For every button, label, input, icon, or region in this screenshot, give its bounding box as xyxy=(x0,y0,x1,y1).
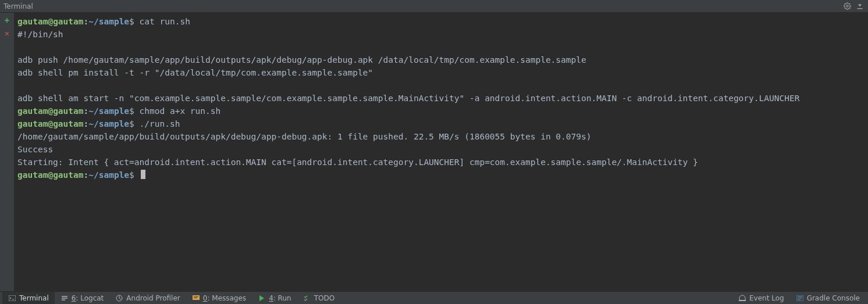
tab-logcat[interactable]: 6: Logcat xyxy=(55,292,110,304)
gear-icon[interactable] xyxy=(842,2,852,11)
svg-rect-1 xyxy=(858,8,863,9)
run-icon xyxy=(258,294,266,302)
gradle-icon xyxy=(796,294,804,302)
terminal-cursor xyxy=(141,170,145,179)
status-event-log-label: Event Log xyxy=(749,294,784,302)
status-gradle-console-label: Gradle Console xyxy=(807,294,860,302)
panel-titlebar: Terminal xyxy=(0,0,868,13)
terminal-output-line: Success xyxy=(17,143,865,156)
terminal-command-line: gautam@gautam:~/sample$ xyxy=(17,169,865,181)
terminal-command-line: gautam@gautam:~/sample$ cat run.sh xyxy=(17,15,865,28)
svg-rect-7 xyxy=(739,300,746,301)
tab-messages[interactable]: 0: Messages xyxy=(186,292,252,304)
svg-rect-2 xyxy=(9,295,16,301)
terminal-output-line: Starting: Intent { act=android.intent.ac… xyxy=(17,156,865,169)
hide-icon[interactable] xyxy=(855,2,865,11)
event-log-icon xyxy=(738,294,746,302)
terminal-command-line: gautam@gautam:~/sample$ chmod a+x run.sh xyxy=(17,105,865,117)
bottom-toolbar: Terminal 6: Logcat Android Profiler 0: M… xyxy=(0,291,868,304)
tab-profiler-label: Android Profiler xyxy=(126,294,180,302)
tab-terminal[interactable]: Terminal xyxy=(2,292,55,304)
tab-messages-label: 0: Messages xyxy=(203,294,246,302)
terminal-output-line: adb push /home/gautam/sample/app/build/o… xyxy=(17,53,865,66)
profiler-icon xyxy=(115,294,123,302)
terminal-main: + ✕ gautam@gautam:~/sample$ cat run.sh#!… xyxy=(0,13,868,291)
svg-rect-11 xyxy=(798,299,801,300)
logcat-icon xyxy=(61,294,69,302)
svg-rect-5 xyxy=(194,296,198,297)
tab-run[interactable]: 4: Run xyxy=(252,292,297,304)
terminal-output[interactable]: gautam@gautam:~/sample$ cat run.sh#!/bin… xyxy=(14,13,868,291)
new-session-icon[interactable]: + xyxy=(3,16,11,24)
terminal-command-line: gautam@gautam:~/sample$ ./run.sh xyxy=(17,117,865,130)
svg-point-0 xyxy=(846,5,848,7)
svg-rect-6 xyxy=(194,298,197,298)
tab-run-label: 4: Run xyxy=(269,294,291,302)
terminal-output-line: #!/bin/sh xyxy=(17,28,865,41)
status-event-log[interactable]: Event Log xyxy=(732,292,790,304)
tab-todo[interactable]: TODO xyxy=(297,292,340,304)
terminal-output-line: adb shell am start -n "com.example.sampl… xyxy=(17,92,865,105)
terminal-output-line xyxy=(17,41,865,53)
status-gradle-console[interactable]: Gradle Console xyxy=(790,292,866,304)
tab-todo-label: TODO xyxy=(314,294,335,302)
panel-title: Terminal xyxy=(3,2,33,10)
tab-terminal-label: Terminal xyxy=(19,294,49,302)
tab-logcat-label: 6: Logcat xyxy=(72,294,104,302)
terminal-output-line xyxy=(17,79,865,92)
tab-profiler[interactable]: Android Profiler xyxy=(109,292,186,304)
svg-rect-9 xyxy=(798,296,802,297)
terminal-gutter: + ✕ xyxy=(0,13,14,291)
svg-rect-10 xyxy=(798,298,802,298)
terminal-icon xyxy=(8,294,16,302)
close-session-icon[interactable]: ✕ xyxy=(3,29,11,37)
terminal-output-line: adb shell pm install -t -r "/data/local/… xyxy=(17,66,865,79)
terminal-output-line: /home/gautam/sample/app/build/outputs/ap… xyxy=(17,130,865,143)
todo-icon xyxy=(303,294,311,302)
messages-icon xyxy=(192,294,200,302)
